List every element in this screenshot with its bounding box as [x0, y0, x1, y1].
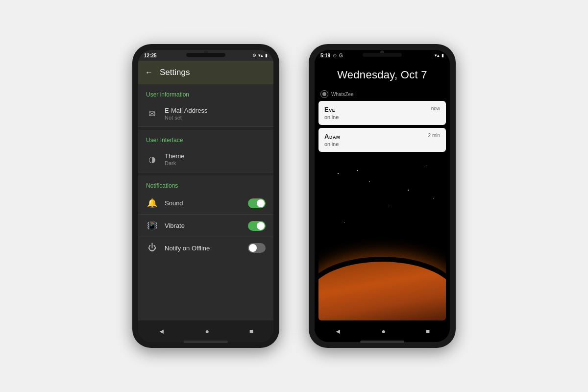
vibrate-icon: 📳 [146, 220, 158, 231]
wz-battery-icon: ▮ [441, 53, 444, 58]
email-sublabel: Not set [165, 115, 266, 121]
nav-bar-2: ◄ ● ■ [315, 320, 450, 342]
star-4 [427, 165, 427, 166]
nav-back-1[interactable]: ◄ [158, 327, 165, 335]
settings-body: User information ✉ E-Mail Address Not se… [138, 84, 273, 320]
notif-status-adam: online [324, 141, 440, 147]
wz-app-label: WhatsZee [315, 88, 450, 101]
phone-2: 5:19 ⊙ G ▾▴ ▮ Wednesday, Oct 7 WhatsZee [309, 44, 456, 348]
nav-home-1[interactable]: ● [205, 327, 209, 335]
star-1 [338, 173, 339, 174]
settings-header: ← Settings [138, 61, 273, 84]
settings-screen: ← Settings User information ✉ E-Mail Add… [138, 61, 273, 342]
power-icon: ⏻ [146, 243, 158, 253]
phone-1-top-bar [186, 53, 225, 57]
email-icon: ✉ [146, 109, 158, 119]
wz-time: 5:19 [320, 53, 330, 58]
whatszee-icon-inner [322, 92, 326, 96]
nav-back-2[interactable]: ◄ [335, 327, 342, 335]
wz-status-left: 5:19 ⊙ G [320, 53, 343, 58]
sound-toggle[interactable] [248, 198, 266, 208]
star-5 [389, 206, 389, 206]
status-time-1: 12:25 [144, 53, 157, 58]
theme-icon: ◑ [146, 154, 158, 165]
google-icon: G [339, 53, 343, 58]
phone-2-screen: 5:19 ⊙ G ▾▴ ▮ Wednesday, Oct 7 WhatsZee [315, 50, 450, 342]
notif-time-eve: now [431, 106, 440, 111]
settings-item-sound[interactable]: 🔔 Sound [138, 192, 273, 215]
email-label: E-Mail Address [165, 107, 266, 114]
phone-1-screen: 12:25 ⚙ ▾▴ ▮ ← Settings User information… [138, 50, 273, 342]
section-user-information: User information [138, 84, 273, 101]
settings-item-email[interactable]: ✉ E-Mail Address Not set [138, 101, 273, 127]
whatszee-name: WhatsZee [331, 92, 354, 97]
settings-title: Settings [160, 68, 190, 77]
whatszee-icon [320, 90, 328, 98]
star-6 [357, 170, 358, 171]
settings-item-theme[interactable]: ◑ Theme Dark [138, 147, 273, 172]
notif-status-eve: online [324, 114, 440, 120]
sound-text: Sound [165, 199, 241, 207]
wz-status-right: ▾▴ ▮ [435, 53, 444, 58]
theme-label: Theme [165, 152, 266, 160]
nav-home-2[interactable]: ● [381, 327, 385, 335]
battery-icon: ▮ [265, 53, 268, 58]
clock-icon: ⊙ [333, 53, 337, 58]
theme-sublabel: Dark [165, 160, 266, 166]
star-3 [408, 190, 409, 191]
wifi-icon: ▾▴ [258, 53, 263, 58]
settings-item-vibrate[interactable]: 📳 Vibrate [138, 215, 273, 237]
planet-area [318, 157, 446, 320]
email-text: E-Mail Address Not set [165, 107, 266, 121]
star-7 [433, 198, 434, 198]
notification-adam[interactable]: 2 min Adam online [318, 128, 446, 152]
whatszee-screen: Wednesday, Oct 7 WhatsZee now Eve online… [315, 61, 450, 342]
notification-eve[interactable]: now Eve online [318, 101, 446, 125]
phone-2-top-bar [363, 53, 402, 57]
star-8 [344, 222, 344, 223]
theme-text: Theme Dark [165, 152, 266, 166]
nav-bar-1: ◄ ● ■ [138, 320, 273, 342]
phone-2-bottom-bar [360, 341, 404, 343]
back-button[interactable]: ← [145, 68, 153, 77]
notif-name-eve: Eve [324, 106, 440, 113]
nav-recents-1[interactable]: ■ [249, 327, 253, 335]
wz-date: Wednesday, Oct 7 [315, 69, 450, 81]
section-notifications: Notifications [138, 175, 273, 192]
vibrate-label: Vibrate [165, 222, 241, 229]
sound-icon: 🔔 [146, 198, 158, 208]
notify-offline-text: Notify on Offline [165, 245, 241, 252]
notif-name-adam: Adam [324, 133, 440, 140]
notify-offline-label: Notify on Offline [165, 245, 241, 252]
nav-recents-2[interactable]: ■ [426, 327, 430, 335]
sound-label: Sound [165, 199, 241, 207]
status-icons-1: ⚙ ▾▴ ▮ [252, 53, 268, 58]
wz-wifi-icon: ▾▴ [435, 53, 440, 58]
planet-atmosphere [318, 257, 446, 320]
vibrate-toggle[interactable] [248, 221, 266, 231]
notify-offline-toggle[interactable] [248, 243, 266, 253]
vibrate-text: Vibrate [165, 222, 241, 229]
star-2 [369, 181, 370, 182]
section-user-interface: User Interface [138, 130, 273, 147]
phone-1-bottom-bar [184, 341, 228, 343]
settings-icon: ⚙ [252, 53, 256, 58]
phone-1: 12:25 ⚙ ▾▴ ▮ ← Settings User information… [132, 44, 279, 348]
notif-time-adam: 2 min [428, 133, 440, 138]
settings-item-notify-offline[interactable]: ⏻ Notify on Offline [138, 237, 273, 259]
wz-date-area: Wednesday, Oct 7 [315, 61, 450, 88]
